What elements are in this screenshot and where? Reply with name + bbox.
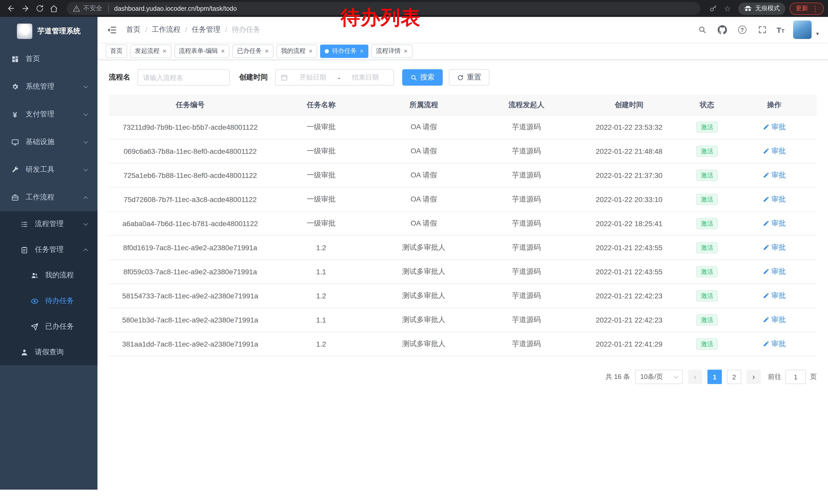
table-row: 8f059c03-7ac8-11ec-a9e2-a2380e71991a 1.1… — [109, 260, 817, 284]
table-header: 创建时间 — [576, 100, 682, 109]
table-header: 任务名称 — [272, 100, 371, 109]
action-cell: 审批 — [732, 339, 817, 349]
breadcrumb-workflow[interactable]: 工作流程 — [152, 25, 180, 34]
sidebar-item-infra[interactable]: 基础设施 — [0, 128, 97, 156]
sidebar-item-task-mgmt[interactable]: 任务管理 — [0, 237, 97, 263]
breadcrumb-home[interactable]: 首页 — [126, 25, 140, 34]
sidebar-item-devtools[interactable]: 研发工具 — [0, 156, 97, 184]
address-bar[interactable]: 不安全 dashboard.yudao.iocoder.cn/bpm/task/… — [67, 2, 700, 15]
breadcrumb-current: 待办任务 — [232, 25, 260, 34]
page-size-select[interactable]: 10条/页 — [635, 370, 683, 384]
process-name-input[interactable] — [137, 69, 230, 86]
tag-tab-start-process[interactable]: 发起流程 × — [130, 44, 171, 58]
sidebar-item-label: 流程管理 — [35, 220, 84, 229]
navbar-actions: ? TT ▼ — [697, 20, 820, 39]
approve-link-label: 审批 — [771, 195, 786, 204]
github-icon[interactable] — [717, 24, 728, 35]
back-button[interactable] — [4, 2, 17, 15]
approve-link-label: 审批 — [771, 171, 786, 180]
create-time-cell: 2022-01-21 22:42:23 — [576, 292, 682, 300]
bookmark-star-icon[interactable]: ☆ — [721, 2, 734, 15]
app-logo: 芋道管理系统 — [0, 17, 97, 45]
breadcrumb-task-mgmt[interactable]: 任务管理 — [192, 25, 220, 34]
status-cell: 激活 — [682, 338, 732, 350]
menu-kebab-icon[interactable]: ⋮ — [809, 4, 821, 12]
approve-link[interactable]: 审批 — [762, 339, 786, 349]
status-cell: 激活 — [682, 314, 732, 326]
close-icon[interactable]: × — [404, 48, 408, 54]
search-icon[interactable] — [697, 24, 708, 35]
status-cell: 激活 — [682, 290, 732, 302]
monitor-icon — [10, 138, 19, 146]
status-badge: 激活 — [696, 193, 718, 205]
sidebar-toggle-icon[interactable] — [106, 24, 118, 36]
approve-link[interactable]: 审批 — [762, 147, 786, 156]
font-size-icon[interactable]: TT — [777, 26, 785, 34]
tag-tab-process-detail[interactable]: 流程详情 × — [371, 44, 412, 58]
range-separator: - — [338, 74, 340, 81]
tag-tab-form-edit[interactable]: 流程表单-编辑 × — [174, 44, 229, 58]
forward-button[interactable] — [18, 2, 32, 15]
close-icon[interactable]: × — [221, 48, 225, 54]
update-button[interactable]: 更新 ⋮ — [790, 2, 824, 15]
search-button[interactable]: 搜索 — [402, 69, 443, 86]
process-name-label: 流程名 — [109, 73, 130, 82]
close-icon[interactable]: × — [265, 48, 268, 54]
sidebar-item-leave-query[interactable]: 请假查询 — [0, 339, 97, 365]
close-icon[interactable]: × — [309, 48, 313, 54]
sidebar-item-system[interactable]: 系统管理 — [0, 73, 97, 100]
page-button-2[interactable]: 2 — [727, 370, 741, 384]
initiator-cell: 芋道源码 — [477, 267, 576, 276]
user-avatar[interactable] — [793, 20, 812, 39]
task-id-cell: a6aba0a4-7b6d-11ec-b781-acde48001122 — [109, 220, 272, 228]
url-text: dashboard.yudao.iocoder.cn/bpm/task/todo — [114, 5, 237, 12]
sidebar-item-workflow[interactable]: 工作流程 — [0, 184, 97, 211]
approve-link[interactable]: 审批 — [762, 171, 786, 180]
help-icon[interactable]: ? — [737, 24, 748, 35]
reset-button[interactable]: 重置 — [449, 69, 489, 86]
date-range-picker[interactable]: 开始日期 - 结束日期 — [275, 69, 394, 86]
approve-link[interactable]: 审批 — [762, 291, 786, 301]
edit-icon — [762, 196, 769, 203]
approve-link[interactable]: 审批 — [762, 315, 786, 325]
tag-tab-done-task[interactable]: 已办任务 × — [233, 44, 273, 58]
approve-link[interactable]: 审批 — [762, 123, 786, 132]
action-cell: 审批 — [732, 195, 817, 204]
tag-tab-home[interactable]: 首页 — [106, 44, 127, 58]
tab-label: 首页 — [110, 47, 123, 55]
close-icon[interactable]: × — [360, 48, 364, 54]
sidebar-item-done-task[interactable]: 已办任务 — [0, 314, 97, 339]
refresh-button[interactable] — [33, 2, 46, 15]
close-icon[interactable]: × — [163, 48, 166, 54]
status-badge: 激活 — [696, 242, 718, 254]
table-header-row: 任务编号 任务名称 所属流程 流程发起人 创建时间 状态 操作 — [109, 95, 817, 116]
tag-tab-my-process[interactable]: 我的流程 × — [277, 44, 317, 58]
fullscreen-icon[interactable] — [757, 24, 768, 35]
password-key-icon[interactable] — [706, 2, 720, 15]
chevron-down-icon — [674, 374, 678, 379]
avatar-caret-icon[interactable]: ▼ — [815, 31, 820, 36]
sidebar-item-todo-task[interactable]: 待办任务 — [0, 288, 97, 314]
chevron-down-icon — [84, 84, 88, 88]
sidebar-item-payment[interactable]: ¥ 支付管理 — [0, 100, 97, 128]
page-button-1[interactable]: 1 — [707, 370, 722, 384]
next-page-button[interactable]: › — [746, 370, 761, 384]
approve-link[interactable]: 审批 — [762, 219, 786, 228]
approve-link[interactable]: 审批 — [762, 195, 786, 204]
goto-page-input[interactable] — [785, 370, 806, 384]
approve-link[interactable]: 审批 — [762, 243, 786, 252]
status-badge: 激活 — [696, 170, 718, 181]
sidebar-item-process-mgmt[interactable]: 流程管理 — [0, 211, 97, 237]
breadcrumb: 首页 / 工作流程 / 任务管理 / 待办任务 — [126, 25, 260, 34]
table-row: 580e1b3d-7ac8-11ec-a9e2-a2380e71991a 1.1… — [109, 308, 817, 332]
approve-link[interactable]: 审批 — [762, 267, 786, 276]
home-button[interactable] — [47, 2, 60, 15]
approve-link-label: 审批 — [771, 219, 786, 228]
sidebar-item-home[interactable]: 首页 — [0, 45, 97, 73]
approve-link-label: 审批 — [771, 339, 786, 349]
tag-tab-todo-task[interactable]: 待办任务 × — [320, 44, 368, 58]
sidebar-item-label: 工作流程 — [26, 193, 84, 202]
prev-page-button[interactable]: ‹ — [688, 370, 702, 384]
sidebar-item-my-process[interactable]: 我的流程 — [0, 263, 97, 288]
warning-icon — [73, 5, 80, 12]
